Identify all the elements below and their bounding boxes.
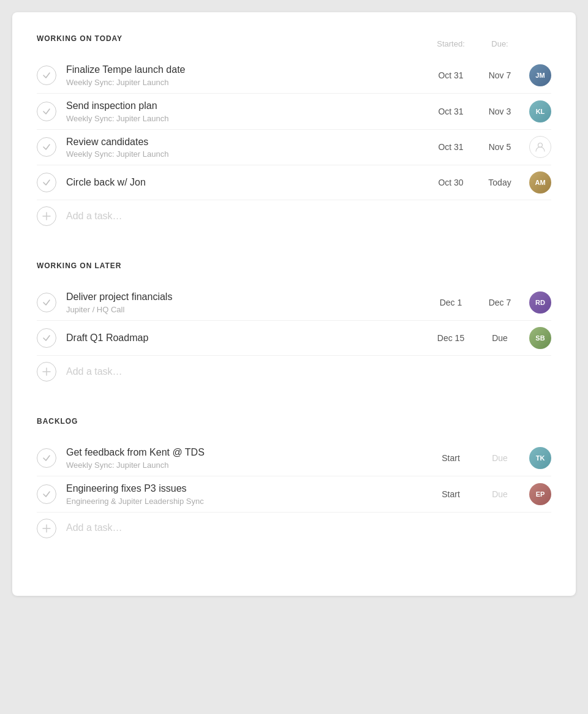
- task-name: Send inspection plan: [66, 100, 426, 113]
- section-backlog: BACKLOGGet feedback from Kent @ TDSWeekl…: [37, 417, 551, 544]
- task-sub-link[interactable]: Jupiter / HQ Call: [66, 305, 426, 314]
- add-task-placeholder[interactable]: Add a task…: [66, 210, 426, 223]
- task-started-date: Oct 31: [426, 142, 475, 152]
- task-name: Review candidates: [66, 136, 426, 149]
- task-list-later: Deliver project financialsJupiter / HQ C…: [37, 285, 551, 388]
- add-task-row[interactable]: Add a task…: [37, 355, 551, 388]
- task-info: Draft Q1 Roadmap: [66, 332, 426, 345]
- task-name: Draft Q1 Roadmap: [66, 332, 426, 345]
- col-label-due: Due:: [475, 39, 524, 48]
- avatar: JM: [529, 64, 551, 86]
- task-name: Deliver project financials: [66, 291, 426, 304]
- task-info: Finalize Tempe launch dateWeekly Sync: J…: [66, 64, 426, 87]
- task-check-icon[interactable]: [37, 137, 56, 157]
- task-info: Add a task…: [66, 366, 426, 378]
- task-sub-link[interactable]: Weekly Sync: Jupiter Launch: [66, 114, 426, 123]
- task-info: Engineering fixes P3 issuesEngineering &…: [66, 483, 426, 506]
- task-due-date: Dec 7: [475, 298, 524, 307]
- task-name: Circle back w/ Jon: [66, 176, 426, 189]
- task-started-date: Start: [426, 489, 475, 499]
- task-row: Send inspection planWeekly Sync: Jupiter…: [37, 93, 551, 129]
- task-row: Circle back w/ JonOct 30TodayAM: [37, 165, 551, 200]
- avatar: TK: [529, 447, 551, 469]
- task-started-date: Dec 15: [426, 333, 475, 343]
- add-task-icon[interactable]: [37, 519, 56, 538]
- task-list-today: Finalize Tempe launch dateWeekly Sync: J…: [37, 58, 551, 232]
- task-check-icon[interactable]: [37, 66, 56, 85]
- avatar: AM: [529, 171, 551, 194]
- task-due-date: Due: [475, 453, 524, 463]
- avatar: EP: [529, 483, 551, 505]
- task-check-icon[interactable]: [37, 293, 56, 312]
- task-row: Review candidatesWeekly Sync: Jupiter La…: [37, 129, 551, 165]
- task-name: Engineering fixes P3 issues: [66, 483, 426, 495]
- task-info: Add a task…: [66, 522, 426, 535]
- task-sub-link[interactable]: Weekly Sync: Jupiter Launch: [66, 149, 426, 159]
- section-title-today: WORKING ON TODAY: [37, 34, 426, 43]
- task-due-date: Nov 5: [475, 142, 524, 152]
- task-sub-link[interactable]: Weekly Sync: Jupiter Launch: [66, 78, 426, 87]
- task-check-icon[interactable]: [37, 328, 56, 348]
- add-task-row[interactable]: Add a task…: [37, 512, 551, 544]
- task-info: Circle back w/ Jon: [66, 176, 426, 189]
- section-today: WORKING ON TODAYStarted:Due:Finalize Tem…: [37, 34, 551, 232]
- section-title-backlog: BACKLOG: [37, 417, 551, 426]
- task-name: Get feedback from Kent @ TDS: [66, 446, 426, 459]
- task-started-date: Oct 30: [426, 178, 475, 187]
- task-info: Review candidatesWeekly Sync: Jupiter La…: [66, 136, 426, 159]
- task-info: Add a task…: [66, 210, 426, 223]
- main-card: WORKING ON TODAYStarted:Due:Finalize Tem…: [12, 12, 576, 596]
- add-task-placeholder[interactable]: Add a task…: [66, 522, 426, 535]
- task-info: Deliver project financialsJupiter / HQ C…: [66, 291, 426, 314]
- task-info: Send inspection planWeekly Sync: Jupiter…: [66, 100, 426, 123]
- avatar: RD: [529, 291, 551, 314]
- task-started-date: Oct 31: [426, 107, 475, 116]
- task-due-date: Today: [475, 178, 524, 187]
- task-check-icon[interactable]: [37, 102, 56, 121]
- task-started-date: Oct 31: [426, 70, 475, 80]
- col-label-started: Started:: [426, 39, 475, 48]
- task-due-date: Nov 3: [475, 107, 524, 116]
- task-due-date: Due: [475, 489, 524, 499]
- task-due-date: Due: [475, 333, 524, 343]
- task-row: Draft Q1 RoadmapDec 15DueSB: [37, 320, 551, 355]
- task-name: Finalize Tempe launch date: [66, 64, 426, 77]
- task-sub-link[interactable]: Weekly Sync: Jupiter Launch: [66, 460, 426, 470]
- task-check-icon[interactable]: [37, 484, 56, 504]
- task-list-backlog: Get feedback from Kent @ TDSWeekly Sync:…: [37, 440, 551, 544]
- task-row: Finalize Tempe launch dateWeekly Sync: J…: [37, 58, 551, 93]
- task-sub-link[interactable]: Engineering & Jupiter Leadership Sync: [66, 497, 426, 506]
- add-task-icon[interactable]: [37, 206, 56, 226]
- avatar-placeholder: [529, 136, 551, 158]
- task-info: Get feedback from Kent @ TDSWeekly Sync:…: [66, 446, 426, 470]
- task-row: Get feedback from Kent @ TDSWeekly Sync:…: [37, 440, 551, 476]
- task-started-date: Start: [426, 453, 475, 463]
- avatar: KL: [529, 100, 551, 122]
- add-task-row[interactable]: Add a task…: [37, 200, 551, 232]
- section-later: WORKING ON LATERDeliver project financia…: [37, 261, 551, 388]
- task-check-icon[interactable]: [37, 173, 56, 192]
- section-title-later: WORKING ON LATER: [37, 261, 551, 270]
- task-due-date: Nov 7: [475, 70, 524, 80]
- task-row: Deliver project financialsJupiter / HQ C…: [37, 285, 551, 320]
- task-row: Engineering fixes P3 issuesEngineering &…: [37, 476, 551, 512]
- task-started-date: Dec 1: [426, 298, 475, 307]
- avatar: SB: [529, 327, 551, 349]
- add-task-placeholder[interactable]: Add a task…: [66, 366, 426, 378]
- add-task-icon[interactable]: [37, 362, 56, 381]
- task-check-icon[interactable]: [37, 448, 56, 468]
